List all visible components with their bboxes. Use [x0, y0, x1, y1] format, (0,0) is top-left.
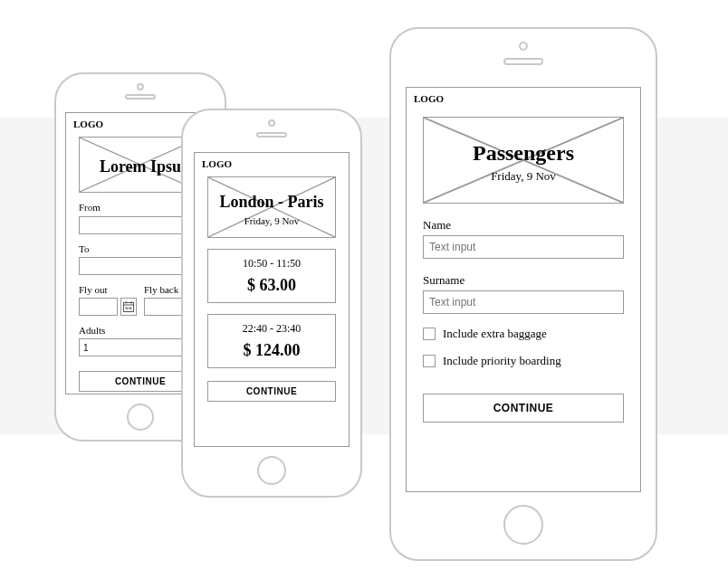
page-subtitle: Friday, 9 Nov [491, 169, 556, 184]
earpiece-icon [503, 58, 543, 65]
continue-button[interactable]: CONTINUE [207, 381, 336, 402]
hero-image-placeholder: London - Paris Friday, 9 Nov [207, 176, 336, 238]
screen-flights: LOGO London - Paris Friday, 9 Nov 10:50 … [194, 152, 350, 447]
flight-time: 22:40 - 23:40 [216, 322, 328, 336]
page-title: Passengers [473, 141, 574, 166]
surname-input[interactable] [423, 290, 624, 314]
boarding-label: Include priority boarding [443, 354, 561, 368]
home-button-icon[interactable] [127, 404, 154, 431]
screen-passengers: LOGO Passengers Friday, 9 Nov Name Surna… [406, 87, 641, 492]
page-title: Lorem Ipsu [100, 157, 181, 176]
camera-icon [137, 83, 144, 90]
baggage-label: Include extra baggage [443, 327, 547, 341]
page-subtitle: Friday, 9 Nov [244, 215, 300, 226]
camera-icon [519, 42, 528, 51]
earpiece-icon [125, 94, 156, 100]
earpiece-icon [256, 132, 287, 138]
flight-price: $ 63.00 [216, 276, 328, 295]
flight-card[interactable]: 22:40 - 23:40 $ 124.00 [207, 314, 336, 368]
boarding-checkbox[interactable]: Include priority boarding [423, 354, 624, 368]
flight-card[interactable]: 10:50 - 11:50 $ 63.00 [207, 249, 336, 303]
camera-icon [268, 119, 275, 127]
page-title: London - Paris [219, 193, 323, 212]
svg-rect-2 [124, 303, 134, 312]
flight-time: 10:50 - 11:50 [216, 257, 328, 271]
hero-image-placeholder: Passengers Friday, 9 Nov [423, 117, 624, 204]
flight-price: $ 124.00 [216, 341, 328, 360]
flyout-label: Fly out [79, 284, 137, 295]
home-button-icon[interactable] [257, 456, 286, 485]
continue-button[interactable]: CONTINUE [423, 394, 624, 423]
surname-label: Surname [423, 273, 624, 288]
calendar-icon[interactable] [120, 298, 137, 316]
home-button-icon[interactable] [503, 505, 543, 545]
flyout-date[interactable] [79, 298, 137, 316]
checkbox-icon [423, 328, 436, 340]
checkbox-icon [423, 355, 436, 367]
name-label: Name [423, 218, 624, 233]
name-input[interactable] [423, 235, 624, 259]
logo-text: LOGO [73, 119, 103, 129]
baggage-checkbox[interactable]: Include extra baggage [423, 327, 624, 341]
phone-mock-passengers: LOGO Passengers Friday, 9 Nov Name Surna… [389, 27, 657, 561]
logo-text: LOGO [202, 158, 232, 169]
phone-mock-flights: LOGO London - Paris Friday, 9 Nov 10:50 … [181, 109, 362, 498]
logo-text: LOGO [414, 93, 444, 104]
